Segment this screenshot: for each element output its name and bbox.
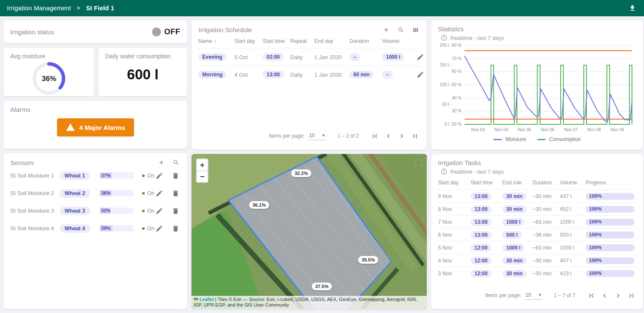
delete-button[interactable] — [171, 224, 180, 233]
field-map[interactable]: + − 32.2%36.1%39.5%37.5% Leaflet | Tiles… — [191, 154, 427, 309]
schedule-col-volume[interactable]: Volume — [382, 38, 416, 44]
trash-icon — [172, 225, 179, 232]
columns-toggle-button[interactable] — [411, 26, 420, 34]
svg-text:Nov 09: Nov 09 — [611, 127, 624, 132]
pencil-icon — [416, 71, 424, 78]
sensor-crop-chip: Wheat 3 — [60, 207, 90, 215]
zoom-out-button[interactable]: − — [197, 171, 208, 182]
major-alarms-button-label: 4 Major Alarms — [79, 124, 125, 131]
pencil-icon — [416, 53, 424, 61]
delete-button[interactable] — [171, 171, 180, 181]
task-duration: ~63 min — [532, 219, 560, 225]
sensor-status: On — [142, 172, 155, 179]
clock-icon — [440, 34, 447, 41]
leaflet-link[interactable]: Leaflet — [200, 297, 214, 302]
schedule-name-chip: Morning — [198, 71, 226, 78]
breadcrumb-root[interactable]: Irrigation Management — [7, 5, 71, 12]
task-progress-bar: 100% — [586, 206, 635, 213]
edit-button[interactable] — [155, 206, 164, 216]
page-range-label: 1 – 7 of 7 — [554, 292, 575, 298]
last-page-button[interactable] — [626, 291, 636, 301]
prev-page-button[interactable] — [600, 291, 610, 301]
schedule-start-time-chip: 02:00 — [263, 53, 284, 61]
delete-button[interactable] — [171, 189, 180, 198]
tasks-col-end-rule[interactable]: End rule — [502, 180, 532, 186]
delete-button[interactable] — [171, 206, 180, 216]
svg-text:Nov 05: Nov 05 — [518, 127, 532, 132]
status-off-indicator-icon — [152, 27, 161, 36]
edit-button[interactable] — [416, 52, 425, 62]
irrigation-tasks-card: Irrigation Tasks Realtime - last 7 days … — [431, 154, 643, 309]
zoom-in-button[interactable]: + — [197, 159, 208, 171]
add-sensor-button[interactable] — [157, 158, 166, 167]
task-duration: ~30 min — [532, 258, 560, 264]
task-volume: 500 l — [560, 232, 586, 238]
first-page-button[interactable] — [586, 291, 596, 301]
sensor-moisture-bar: 37% — [100, 172, 134, 179]
first-page-button[interactable] — [370, 131, 380, 141]
legend-item-moisture[interactable]: Moisture — [493, 136, 526, 142]
schedule-row: Morning4 Oct13:00Daily1 Jan 203060 min– — [198, 66, 420, 83]
left-column: Irrigation status OFF Avg moisture 36% D… — [3, 20, 187, 309]
search-schedule-button[interactable] — [397, 26, 405, 34]
schedule-duration-chip: 60 min — [349, 71, 374, 78]
chevron-right-icon — [614, 292, 622, 300]
major-alarms-button[interactable]: 4 Major Alarms — [57, 118, 134, 136]
task-duration: ~36 min — [532, 232, 560, 238]
task-progress-value: 100% — [589, 206, 601, 211]
task-duration: ~63 min — [532, 245, 560, 251]
search-icon — [398, 27, 404, 33]
moisture-label-pill: 37.5% — [312, 283, 332, 290]
sensor-moisture-bar: 36% — [100, 190, 134, 196]
task-start-time-chip: 13:00 — [471, 205, 492, 213]
map-attribution: Leaflet | Tiles © Esri — Source: Esri, i… — [191, 296, 427, 310]
edit-button[interactable] — [155, 189, 164, 198]
items-per-page-select[interactable]: 10 ▼ — [308, 132, 326, 140]
tasks-col-duration[interactable]: Duration — [532, 180, 560, 186]
schedule-start-time-chip: 13:00 — [263, 71, 284, 78]
task-volume: 452 l — [560, 206, 586, 212]
chart-legend: MoistureConsumption — [438, 136, 636, 142]
tasks-col-start-day[interactable]: Start day — [438, 180, 471, 186]
download-button[interactable] — [628, 3, 637, 13]
svg-text:Nov 03: Nov 03 — [471, 127, 485, 132]
schedule-col-start-time[interactable]: Start time — [263, 38, 290, 44]
next-page-button[interactable] — [613, 291, 623, 301]
edit-button[interactable] — [416, 70, 425, 79]
sensor-list: SI Soil Moisture 1Wheat 137%OnSI Soil Mo… — [10, 167, 180, 237]
middle-column: Irrigation Schedule Name↑ Start day Sta — [191, 20, 427, 309]
fullscreen-button[interactable] — [414, 158, 422, 167]
schedule-col-end-day[interactable]: End day — [314, 38, 349, 44]
last-page-button[interactable] — [410, 131, 420, 141]
schedule-end-day: 1 Jan 2030 — [314, 72, 349, 78]
task-progress-bar: 100% — [586, 244, 635, 251]
tasks-col-volume[interactable]: Volume — [560, 180, 586, 186]
avg-moisture-card: Avg moisture 36% — [3, 48, 94, 96]
svg-text:40 %: 40 % — [452, 96, 462, 100]
next-page-button[interactable] — [397, 131, 407, 141]
schedule-col-repeat[interactable]: Repeat — [290, 38, 314, 44]
prev-page-button[interactable] — [383, 131, 393, 141]
task-end-rule-chip: 30 min — [502, 270, 526, 277]
task-progress-bar: 100% — [586, 219, 635, 226]
legend-swatch-icon — [537, 139, 546, 140]
tasks-col-start-time[interactable]: Start time — [471, 180, 502, 186]
legend-item-consumption[interactable]: Consumption — [537, 136, 581, 142]
task-duration: ~30 min — [532, 271, 560, 277]
schedule-col-start-day[interactable]: Start day — [234, 38, 263, 44]
task-row: 4 Nov12:0030 min~30 min407 l100% — [438, 254, 636, 267]
search-sensors-button[interactable] — [172, 158, 180, 167]
schedule-col-name[interactable]: Name↑ — [198, 38, 234, 44]
svg-text:60 %: 60 % — [452, 69, 462, 74]
svg-text:Nov 07: Nov 07 — [564, 127, 578, 132]
avg-moisture-label: Avg moisture — [10, 53, 87, 60]
tasks-col-progress[interactable]: Progress — [586, 180, 636, 186]
task-progress-bar: 100% — [586, 270, 635, 277]
add-schedule-button[interactable] — [382, 25, 391, 34]
edit-button[interactable] — [155, 224, 164, 233]
tasks-table-header: Start day Start time End rule Duration V… — [438, 176, 636, 190]
schedule-col-duration[interactable]: Duration — [349, 38, 382, 44]
svg-text:20 %: 20 % — [452, 122, 462, 126]
items-per-page-select[interactable]: 10 ▼ — [525, 292, 543, 300]
edit-button[interactable] — [155, 171, 164, 181]
